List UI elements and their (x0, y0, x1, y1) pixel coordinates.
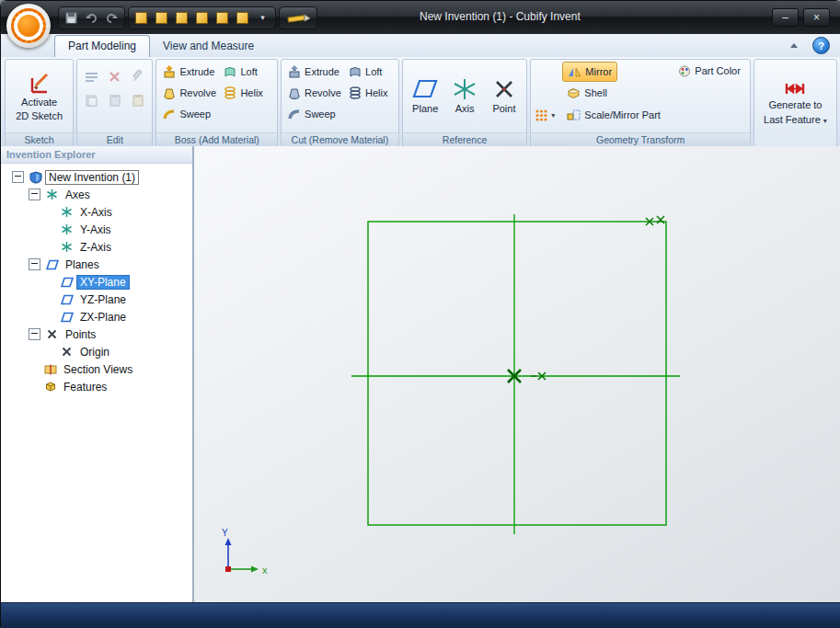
close-button[interactable]: × (803, 8, 830, 27)
scale-mirror-icon (567, 109, 581, 120)
feature-tool-button-4[interactable] (192, 8, 212, 28)
copy-button[interactable] (81, 89, 102, 111)
sketch-drawing: Y x (194, 146, 840, 603)
corner-point-markers[interactable] (646, 216, 664, 225)
tree-item-origin[interactable]: Origin (1, 343, 192, 360)
part-color-button[interactable]: Part Color (673, 62, 745, 80)
model-tree: New Invention (1) Axes X-Axis Y-Axis (1, 164, 192, 395)
planes-icon (46, 259, 59, 270)
group-label-cut: Cut (Remove Material) (282, 132, 398, 147)
collapse-expander-icon[interactable] (12, 171, 24, 183)
cube-icon (155, 12, 167, 24)
plane-icon (61, 294, 74, 305)
loft-icon (224, 65, 236, 78)
feature-tool-button-1[interactable] (132, 8, 151, 28)
revolve-cut-icon (288, 86, 301, 99)
tree-item-z-axis[interactable]: Z-Axis (1, 238, 192, 256)
sketch-icon (27, 70, 52, 96)
tree-item-planes[interactable]: Planes (1, 256, 192, 273)
tree-item-zx-plane[interactable]: ZX-Plane (1, 308, 192, 325)
cut-helix-button[interactable]: Helix (346, 86, 396, 100)
title-bar: ▾ New Invention (1) - Cubify Invent – × (1, 1, 840, 34)
feature-tool-button-3[interactable] (172, 8, 191, 28)
cut-loft-button[interactable]: Loft (346, 64, 396, 79)
tab-view-and-measure[interactable]: View and Measure (150, 36, 267, 57)
paste-button[interactable] (104, 89, 125, 111)
feature-tool-button-6[interactable] (233, 8, 252, 28)
extrude-icon (163, 65, 176, 78)
reference-axis-button[interactable]: Axis (446, 62, 484, 131)
group-sketch: Activate 2D Sketch Sketch (5, 59, 74, 148)
mirror-button[interactable]: Mirror (562, 62, 617, 82)
chevron-down-icon: ▾ (823, 117, 827, 125)
cube-icon (216, 12, 228, 24)
measure-button[interactable] (282, 8, 314, 28)
tree-item-new-invention[interactable]: New Invention (1) (1, 168, 192, 186)
redo-button[interactable] (102, 8, 121, 28)
axis-icon (61, 241, 73, 253)
shell-button[interactable]: Shell (562, 84, 611, 102)
revolve-icon (163, 86, 176, 99)
tree-item-yz-plane[interactable]: YZ-Plane (1, 291, 192, 308)
collapse-expander-icon[interactable] (29, 258, 40, 270)
cut-revolve-button[interactable]: Revolve (285, 86, 344, 100)
feature-tool-button-5[interactable] (213, 8, 232, 28)
tab-part-modeling[interactable]: Part Modeling (54, 35, 150, 57)
paste-special-button[interactable] (127, 89, 148, 111)
app-logo[interactable] (6, 4, 51, 48)
chevron-down-icon: ▾ (551, 111, 555, 120)
collapse-expander-icon[interactable] (29, 328, 40, 340)
group-geometry-transform: Mirror Shell ▾ Scale/Mirror Part Part Co… (530, 59, 751, 148)
reference-plane-button[interactable]: Plane (407, 62, 444, 131)
save-button[interactable] (62, 8, 81, 28)
activate-2d-sketch-button[interactable]: Activate 2D Sketch (6, 60, 73, 132)
plane-icon (61, 312, 74, 323)
qat-tools-group: ▾ (128, 6, 276, 29)
minimize-button[interactable]: – (772, 8, 799, 27)
ribbon-tab-row: Part Modeling View and Measure ? (1, 34, 840, 57)
section-views-icon (44, 364, 57, 375)
feature-tool-button-2[interactable] (152, 8, 171, 28)
invention-icon (29, 171, 42, 184)
tree-item-axes[interactable]: Axes (1, 186, 192, 203)
boss-sweep-button[interactable]: Sweep (160, 107, 219, 121)
tree-item-section-views[interactable]: Section Views (1, 360, 192, 378)
reference-point-button[interactable]: Point (486, 62, 524, 131)
generate-to-last-feature-button[interactable]: Generate to Last Feature ▾ (754, 60, 836, 147)
group-reference: Plane Axis Point Reference (402, 59, 528, 148)
palette-icon (678, 65, 691, 77)
qat-dropdown-button[interactable]: ▾ (253, 8, 272, 28)
sweep-cut-icon (288, 108, 301, 120)
group-label-sketch: Sketch (6, 132, 73, 147)
delete-button[interactable] (104, 65, 125, 87)
help-icon: ? (818, 40, 824, 51)
tree-item-features[interactable]: Features (1, 378, 192, 395)
viewport-canvas[interactable]: Y x (194, 146, 840, 603)
pencil-icon (286, 13, 310, 24)
cut-sweep-button[interactable]: Sweep (285, 107, 344, 121)
collapse-expander-icon[interactable] (29, 188, 40, 200)
tree-item-y-axis[interactable]: Y-Axis (1, 221, 192, 238)
pattern-button[interactable]: ▾ (533, 106, 557, 124)
tree-item-xy-plane[interactable]: XY-Plane (1, 273, 192, 291)
boss-helix-button[interactable]: Helix (221, 86, 270, 100)
boss-loft-button[interactable]: Loft (221, 64, 270, 79)
gear-logo-icon (11, 8, 46, 43)
collapse-ribbon-button[interactable] (786, 39, 802, 52)
cut-extrude-button[interactable]: Extrude (285, 64, 344, 79)
scale-mirror-part-button[interactable]: Scale/Mirror Part (562, 106, 665, 124)
edit-sketch-button[interactable] (127, 65, 148, 87)
triad-x-label: x (262, 565, 268, 576)
coordinate-triad: Y x (222, 528, 268, 576)
help-button[interactable]: ? (812, 37, 830, 54)
boss-revolve-button[interactable]: Revolve (160, 86, 219, 100)
undo-button[interactable] (82, 8, 101, 28)
status-bar (1, 602, 840, 628)
triad-y-label: Y (222, 528, 228, 538)
plane-icon (61, 277, 74, 288)
tree-item-points[interactable]: Points (1, 325, 192, 343)
tree-item-x-axis[interactable]: X-Axis (1, 203, 192, 221)
boss-extrude-button[interactable]: Extrude (160, 64, 219, 79)
group-label-geometry-transform: Geometry Transform (531, 132, 750, 147)
edit-lines-button[interactable] (81, 65, 102, 87)
